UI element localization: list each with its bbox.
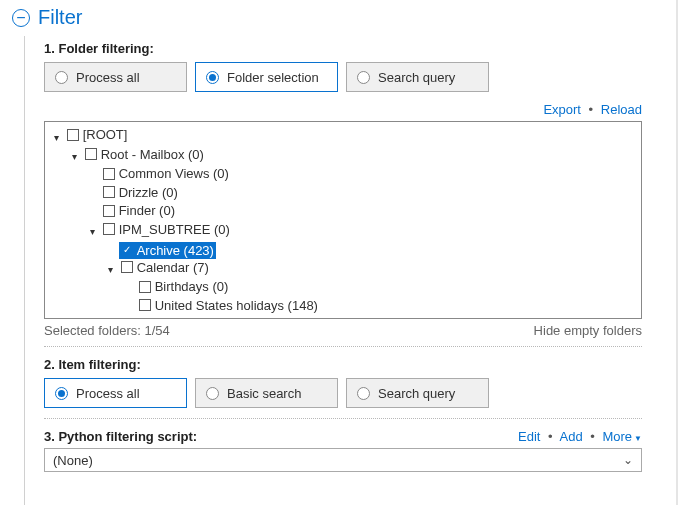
checkbox[interactable]: [103, 186, 115, 198]
expander-icon[interactable]: [69, 148, 79, 165]
bullet-sep: •: [589, 102, 594, 117]
tree-node-finder[interactable]: Finder (0): [101, 202, 177, 219]
script-links: Edit • Add • More: [518, 429, 642, 444]
folder-opt-search-query[interactable]: Search query: [346, 62, 489, 92]
tree-label: Finder (0): [119, 202, 175, 219]
chevron-down-icon: ⌄: [623, 454, 633, 466]
script-edit-link[interactable]: Edit: [518, 429, 540, 444]
item-opt-basic-search[interactable]: Basic search: [195, 378, 338, 408]
tree-label: Root - Mailbox (0): [101, 146, 204, 163]
script-more-menu[interactable]: More: [602, 429, 642, 444]
radio-icon: [55, 71, 68, 84]
checkbox[interactable]: [121, 261, 133, 273]
tree-label: Contacts (0): [137, 315, 208, 319]
section3-title: 3. Python filtering script:: [44, 429, 197, 444]
export-link[interactable]: Export: [543, 102, 581, 117]
tree-label: Archive (423): [137, 242, 214, 259]
selected-folders-count: Selected folders: 1/54: [44, 323, 170, 338]
item-filtering-options: Process all Basic search Search query: [44, 378, 642, 408]
expander-icon[interactable]: [105, 261, 115, 278]
expander-icon[interactable]: [105, 318, 115, 320]
item-opt-search-query[interactable]: Search query: [346, 378, 489, 408]
expander-icon[interactable]: [87, 223, 97, 240]
tree-label: Birthdays (0): [155, 278, 229, 295]
tree-node-archive[interactable]: Archive (423): [119, 242, 216, 259]
script-select[interactable]: (None) ⌄: [44, 448, 642, 472]
radio-icon: [357, 71, 370, 84]
tree-label: IPM_SUBTREE (0): [119, 221, 230, 238]
radio-label: Process all: [76, 386, 140, 401]
folder-opt-folder-selection[interactable]: Folder selection: [195, 62, 338, 92]
bullet-sep: •: [548, 429, 553, 444]
radio-icon: [55, 387, 68, 400]
tree-node-drizzle[interactable]: Drizzle (0): [101, 184, 180, 201]
tree-node-root[interactable]: [ROOT]: [65, 126, 130, 143]
vertical-rule: [24, 36, 25, 505]
hide-empty-folders-link[interactable]: Hide empty folders: [534, 323, 642, 338]
checkbox[interactable]: [139, 299, 151, 311]
checkbox[interactable]: [121, 244, 133, 256]
checkbox[interactable]: [103, 168, 115, 180]
script-add-link[interactable]: Add: [560, 429, 583, 444]
expander-icon[interactable]: [51, 129, 61, 146]
tree-node-contacts[interactable]: Contacts (0): [119, 315, 210, 319]
section-separator: [44, 346, 642, 347]
tree-node-ipm-subtree[interactable]: IPM_SUBTREE (0): [101, 221, 232, 238]
tree-label: Calendar (7): [137, 259, 209, 276]
folder-filtering-options: Process all Folder selection Search quer…: [44, 62, 642, 92]
tree-node-common-views[interactable]: Common Views (0): [101, 165, 231, 182]
tree-node-calendar[interactable]: Calendar (7): [119, 259, 211, 276]
checkbox[interactable]: [103, 223, 115, 235]
collapse-icon[interactable]: [12, 9, 30, 27]
radio-label: Search query: [378, 70, 455, 85]
tree-node-root-mailbox[interactable]: Root - Mailbox (0): [83, 146, 206, 163]
tree-label: Common Views (0): [119, 165, 229, 182]
bullet-sep: •: [590, 429, 595, 444]
radio-icon: [357, 387, 370, 400]
panel-title: Filter: [38, 6, 82, 29]
tree-label: [ROOT]: [83, 126, 128, 143]
tree-links: Export • Reload: [44, 102, 642, 117]
radio-icon: [206, 71, 219, 84]
tree-status-row: Selected folders: 1/54 Hide empty folder…: [44, 323, 642, 338]
section1-title: 1. Folder filtering:: [44, 41, 642, 56]
folder-opt-process-all[interactable]: Process all: [44, 62, 187, 92]
item-opt-process-all[interactable]: Process all: [44, 378, 187, 408]
reload-link[interactable]: Reload: [601, 102, 642, 117]
checkbox[interactable]: [67, 129, 79, 141]
radio-label: Process all: [76, 70, 140, 85]
radio-label: Search query: [378, 386, 455, 401]
section2-title: 2. Item filtering:: [44, 357, 642, 372]
tree-node-us-holidays[interactable]: United States holidays (148): [137, 297, 320, 314]
tree-label: United States holidays (148): [155, 297, 318, 314]
radio-label: Folder selection: [227, 70, 319, 85]
radio-icon: [206, 387, 219, 400]
section-separator: [44, 418, 642, 419]
tree-label: Drizzle (0): [119, 184, 178, 201]
checkbox[interactable]: [85, 148, 97, 160]
radio-label: Basic search: [227, 386, 301, 401]
panel-header: Filter: [0, 0, 678, 39]
script-select-value: (None): [53, 453, 93, 468]
checkbox[interactable]: [139, 281, 151, 293]
checkbox[interactable]: [121, 318, 133, 320]
tree-node-birthdays[interactable]: Birthdays (0): [137, 278, 231, 295]
folder-tree[interactable]: [ROOT] Root - Mailbox (0): [44, 121, 642, 319]
checkbox[interactable]: [103, 205, 115, 217]
